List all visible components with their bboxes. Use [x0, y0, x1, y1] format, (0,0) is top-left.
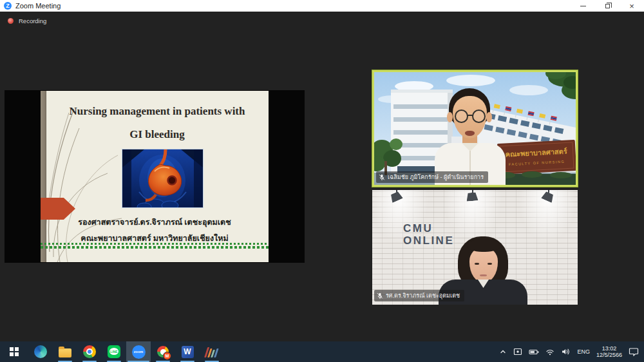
slide-dotted-divider — [41, 243, 269, 249]
taskbar-zoom-icon[interactable]: zoom — [126, 341, 151, 362]
slide-author-block: รองศาสตราจารย์.ดร.จิราภรณ์ เตชะอุดมเดช ค… — [46, 214, 263, 247]
close-icon: × — [629, 2, 634, 10]
participant-1-ear — [486, 112, 492, 122]
screen-share-view: Nursing management in patients with GI b… — [5, 90, 305, 263]
participant-1-name: เฉลิมชัย ภูมิโคกรักษ์ - ผู้ดำเนินรายการ — [388, 173, 484, 182]
zoom-icon: zoom — [132, 345, 146, 359]
line-app-icon: LINE — [108, 345, 120, 358]
spotlight-lamp-icon — [390, 193, 403, 193]
volume-icon[interactable] — [561, 348, 571, 356]
colorful-stripes-app-icon — [204, 346, 220, 357]
title-bar: Z Zoom Meeting × — [0, 0, 644, 12]
taskbar-word-icon[interactable]: W — [175, 341, 200, 362]
wall-text-line1: CMU — [403, 222, 454, 234]
mic-muted-icon — [379, 174, 385, 181]
hidden-icons-chevron-icon[interactable] — [499, 348, 507, 356]
taskbar-edge-icon[interactable] — [28, 341, 53, 362]
wifi-icon[interactable] — [545, 348, 554, 356]
participant-2-name-tag: รศ.ดร.จิราภรณ์ เตชะอุดมเดช — [374, 290, 464, 301]
participant-2-mouth — [480, 274, 487, 276]
system-tray: ENG 13:02 12/5/2566 — [499, 341, 644, 362]
participant-1-glasses-left-lens — [455, 110, 468, 123]
action-center-icon[interactable] — [629, 347, 639, 356]
slide-title-line2: GI bleeding — [51, 123, 263, 146]
participant-1-glasses-bridge — [468, 115, 473, 116]
window-title: Zoom Meeting — [15, 2, 61, 10]
participant-2-eye — [488, 263, 492, 265]
chrome-gmail-profile-icon: M — [157, 346, 169, 357]
taskbar-stripes-app-icon[interactable] — [200, 341, 224, 362]
clock-date: 12/5/2566 — [596, 352, 622, 359]
windows-taskbar: LINE zoom M W — [0, 341, 644, 362]
word-icon: W — [182, 346, 194, 358]
taskbar-clock[interactable]: 13:02 12/5/2566 — [596, 345, 622, 359]
clock-time: 13:02 — [596, 345, 622, 352]
chrome-icon — [83, 345, 96, 358]
minimize-icon — [580, 6, 586, 6]
faculty-sign: คณะพยาบาลศาสตร์ FACULTY OF NURSING — [497, 140, 576, 175]
edge-icon — [34, 345, 47, 358]
slide-title: Nursing management in patients with GI b… — [51, 100, 263, 146]
taskbar-chrome-icon[interactable] — [77, 341, 102, 362]
display-tray-icon[interactable] — [513, 348, 522, 356]
meeting-area: Recording Nursing management in patients… — [0, 12, 644, 341]
slide-author-line1: รองศาสตราจารย์.ดร.จิราภรณ์ เตชะอุดมเดช — [46, 214, 263, 231]
slide-title-line1: Nursing management in patients with — [51, 100, 263, 123]
minimize-button[interactable] — [571, 0, 595, 12]
spotlight-lamp-icon — [542, 193, 555, 193]
battery-icon[interactable] — [529, 348, 539, 356]
participant-2-name: รศ.ดร.จิราภรณ์ เตชะอุดมเดช — [386, 291, 460, 300]
language-indicator[interactable]: ENG — [577, 348, 590, 355]
taskbar-file-explorer-icon[interactable] — [53, 341, 77, 362]
presentation-slide: Nursing management in patients with GI b… — [41, 91, 269, 262]
participant-1-name-tag: เฉลิมชัย ภูมิโคกรักษ์ - ผู้ดำเนินรายการ — [376, 171, 488, 183]
participant-video-2[interactable]: CMU ONLINE รศ.ดร.จิราภรณ์ เตชะอุดมเดช — [372, 190, 578, 305]
participant-1-mouth — [465, 131, 475, 136]
stomach-illustration — [122, 149, 203, 207]
participant-1-glasses-right-lens — [472, 110, 486, 123]
taskbar-line-icon[interactable]: LINE — [102, 341, 126, 362]
participant-video-1[interactable]: คณะพยาบาลศาสตร์ FACULTY OF NURSING — [372, 70, 578, 187]
mic-muted-icon — [377, 292, 383, 300]
windows-logo-icon — [10, 347, 19, 357]
restore-button[interactable] — [595, 0, 620, 12]
recording-dot-icon — [8, 18, 14, 24]
participant-2-hair-fringe — [467, 239, 500, 252]
close-button[interactable]: × — [620, 0, 644, 12]
spotlight-lamp-icon — [466, 193, 479, 193]
participant-2-eye — [475, 263, 479, 265]
gmail-profile-badge: M — [163, 352, 171, 360]
cmu-online-wall-text: CMU ONLINE — [403, 222, 454, 247]
zoom-app-icon: Z — [4, 2, 12, 10]
recording-label: Recording — [19, 17, 46, 24]
start-button[interactable] — [0, 341, 28, 362]
taskbar-chrome-gmail-icon[interactable]: M — [151, 341, 175, 362]
recording-indicator[interactable]: Recording — [8, 17, 46, 24]
participant-1-ear — [447, 112, 453, 122]
wall-text-line2: ONLINE — [403, 234, 454, 247]
restore-icon — [605, 4, 610, 8]
file-explorer-icon — [59, 348, 71, 357]
spotlight-glow — [509, 190, 578, 274]
zoom-meeting-window: Z Zoom Meeting × Recording — [0, 0, 644, 362]
